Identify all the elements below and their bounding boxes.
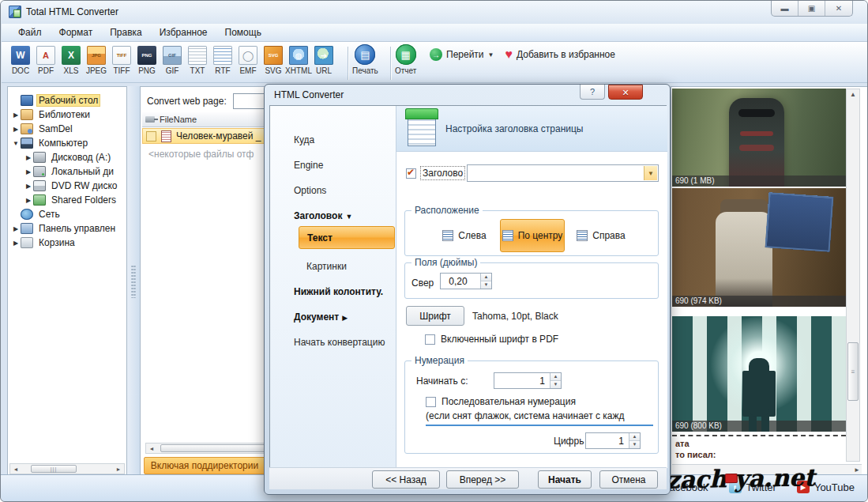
tree-item-0[interactable]: Рабочий стол bbox=[8, 93, 126, 108]
dialog-nav-item-5[interactable]: Картинки bbox=[270, 261, 396, 272]
tree-item-3[interactable]: ▼Компьютер bbox=[8, 136, 126, 150]
header-text-combobox[interactable]: ▼ bbox=[467, 164, 659, 182]
tree-horizontal-scrollbar[interactable]: ◄ ||| ► bbox=[9, 463, 125, 474]
sequential-numbering-checkbox[interactable] bbox=[426, 397, 436, 407]
position-option-center[interactable]: По центру bbox=[500, 219, 565, 252]
tree-item-7[interactable]: ▶Shared Folders bbox=[8, 193, 126, 207]
tree-item-2[interactable]: ▶SamDel bbox=[8, 122, 126, 136]
menu-item-3[interactable]: Избранное bbox=[151, 25, 216, 40]
maximize-button[interactable]: ▣ bbox=[798, 1, 825, 16]
format-xls-button[interactable]: XLS bbox=[58, 44, 84, 81]
tree-item-4[interactable]: ▶Дисковод (A:) bbox=[8, 150, 126, 164]
expander-collapsed-icon[interactable]: ▶ bbox=[11, 240, 21, 247]
scroll-left-icon[interactable]: ◄ bbox=[146, 446, 157, 451]
preview-vertical-scrollbar[interactable]: ▲ ≡ bbox=[846, 89, 860, 462]
embed-font-label[interactable]: Включенный шрифт в PDF bbox=[441, 334, 558, 345]
close-button[interactable]: ✕ bbox=[608, 85, 643, 100]
scroll-right-icon[interactable]: ► bbox=[854, 466, 860, 474]
twitter-link[interactable]: tTwitter bbox=[729, 481, 776, 493]
format-xhtml-button[interactable]: XHTML bbox=[286, 44, 311, 81]
tree-item-9[interactable]: ▶Панель управлен bbox=[8, 221, 126, 236]
menu-item-0[interactable]: Файл bbox=[9, 25, 51, 40]
start-from-spinner[interactable]: 1 ▲▼ bbox=[494, 372, 562, 389]
panel-splitter[interactable] bbox=[127, 86, 140, 477]
format-url-button[interactable]: URL bbox=[311, 44, 336, 81]
dialog-nav-item-0[interactable]: Куда bbox=[270, 134, 396, 145]
menu-item-1[interactable]: Формат bbox=[51, 25, 102, 40]
menu-item-2[interactable]: Правка bbox=[101, 25, 151, 40]
filename-column-header[interactable]: FileName bbox=[160, 115, 197, 124]
digits-spinner[interactable]: 1 ▲▼ bbox=[585, 432, 641, 449]
video-thumbnail-suspended-figure-lab[interactable]: 690 (800 KB) bbox=[672, 316, 846, 432]
expander-collapsed-icon[interactable]: ▶ bbox=[24, 168, 33, 176]
spin-up-icon[interactable]: ▲ bbox=[550, 373, 561, 381]
dialog-nav-item-2[interactable]: Options bbox=[270, 185, 396, 196]
tree-item-1[interactable]: ▶Библиотеки bbox=[8, 108, 126, 122]
format-tiff-button[interactable]: TIFF bbox=[109, 44, 134, 81]
scroll-up-icon[interactable]: ▲ bbox=[847, 91, 859, 98]
header-checkbox-label[interactable]: Заголово bbox=[420, 166, 465, 180]
add-favorite-button[interactable]: ♥ Добавить в избранное bbox=[502, 47, 618, 62]
tree-item-8[interactable]: Сеть bbox=[8, 207, 126, 221]
format-jpeg-button[interactable]: JPEG bbox=[84, 44, 109, 81]
position-option-right[interactable]: Справа bbox=[569, 225, 633, 246]
format-pdf-button[interactable]: PDF bbox=[33, 44, 58, 81]
font-button[interactable]: Шрифт bbox=[406, 306, 464, 326]
file-checkbox[interactable] bbox=[146, 131, 156, 142]
spin-down-icon[interactable]: ▼ bbox=[550, 381, 561, 388]
back-button[interactable]: << Назад bbox=[372, 470, 440, 489]
print-button[interactable]: ▤ Печать bbox=[352, 44, 378, 75]
youtube-link[interactable]: ▶YouTube bbox=[797, 481, 855, 493]
close-button[interactable]: ✕ bbox=[825, 1, 852, 16]
dialog-nav-item-4[interactable]: Текст bbox=[299, 226, 395, 249]
scroll-left-icon[interactable]: ◄ bbox=[10, 466, 21, 472]
dialog-nav-item-6[interactable]: Нижний колонтиту. bbox=[270, 286, 396, 297]
expander-collapsed-icon[interactable]: ▶ bbox=[24, 197, 33, 204]
position-option-left[interactable]: Слева bbox=[433, 225, 496, 246]
forward-button[interactable]: Вперед >> bbox=[446, 470, 519, 489]
dialog-nav-item-1[interactable]: Engine bbox=[270, 160, 396, 171]
tree-item-5[interactable]: ▶Локальный ди bbox=[8, 164, 126, 179]
help-button[interactable]: ? bbox=[580, 85, 605, 100]
expander-collapsed-icon[interactable]: ▶ bbox=[11, 126, 21, 133]
expander-expanded-icon[interactable]: ▼ bbox=[11, 140, 21, 147]
expander-collapsed-icon[interactable]: ▶ bbox=[11, 111, 21, 119]
dropdown-arrow-icon[interactable]: ▼ bbox=[644, 166, 657, 180]
go-button[interactable]: → Перейти ▼ bbox=[426, 47, 497, 62]
tree-item-10[interactable]: ▶Корзина bbox=[8, 236, 126, 250]
format-rtf-button[interactable]: RTF bbox=[210, 44, 235, 81]
format-doc-button[interactable]: DOC bbox=[8, 44, 33, 81]
menu-item-4[interactable]: Помощь bbox=[216, 25, 270, 40]
spin-down-icon[interactable]: ▼ bbox=[481, 281, 491, 289]
header-enabled-checkbox[interactable] bbox=[406, 168, 416, 179]
format-txt-button[interactable]: TXT bbox=[185, 44, 210, 81]
report-button[interactable]: ▦ Отчет bbox=[395, 44, 416, 75]
scroll-right-icon[interactable]: ► bbox=[113, 466, 124, 472]
format-svg-button[interactable]: SVG bbox=[261, 44, 286, 81]
format-gif-button[interactable]: GIF bbox=[160, 44, 185, 81]
tree-item-6[interactable]: ▶DVD RW диско bbox=[8, 179, 126, 193]
dialog-nav-item-3[interactable]: Заголовок▼ bbox=[270, 210, 396, 221]
spin-down-icon[interactable]: ▼ bbox=[629, 441, 640, 448]
dialog-nav-item-7[interactable]: Документ▶ bbox=[270, 311, 396, 323]
spinner-arrows[interactable]: ▲▼ bbox=[550, 373, 561, 388]
scrollbar-thumb[interactable]: ||| bbox=[31, 465, 77, 473]
dialog-nav-item-8[interactable]: Начать конвертацию bbox=[270, 337, 396, 348]
preview-horizontal-scrollbar[interactable]: ► bbox=[672, 464, 862, 474]
margin-top-spinner[interactable]: 0,20 ▲▼ bbox=[440, 273, 492, 289]
spinner-arrows[interactable]: ▲▼ bbox=[480, 274, 491, 289]
scrollbar-thumb[interactable]: ≡ bbox=[847, 342, 859, 401]
format-png-button[interactable]: PNG bbox=[134, 44, 160, 81]
spin-up-icon[interactable]: ▲ bbox=[481, 274, 491, 281]
format-emf-button[interactable]: EMF bbox=[235, 44, 261, 81]
include-subdirectories-button[interactable]: Включая поддиректории bbox=[144, 457, 265, 474]
expander-collapsed-icon[interactable]: ▶ bbox=[11, 225, 21, 232]
video-thumbnail-man-with-blueprint[interactable]: 690 (974 KB) bbox=[672, 188, 846, 307]
video-thumbnail-falcon-outdoors[interactable]: 690 (1 MB) bbox=[672, 89, 846, 187]
spin-up-icon[interactable]: ▲ bbox=[629, 433, 640, 441]
spinner-arrows[interactable]: ▲▼ bbox=[629, 433, 640, 448]
cancel-button[interactable]: Отмена bbox=[599, 470, 658, 489]
expander-collapsed-icon[interactable]: ▶ bbox=[24, 183, 33, 190]
minimize-button[interactable]: ▬ bbox=[772, 1, 798, 16]
expander-collapsed-icon[interactable]: ▶ bbox=[24, 154, 33, 161]
